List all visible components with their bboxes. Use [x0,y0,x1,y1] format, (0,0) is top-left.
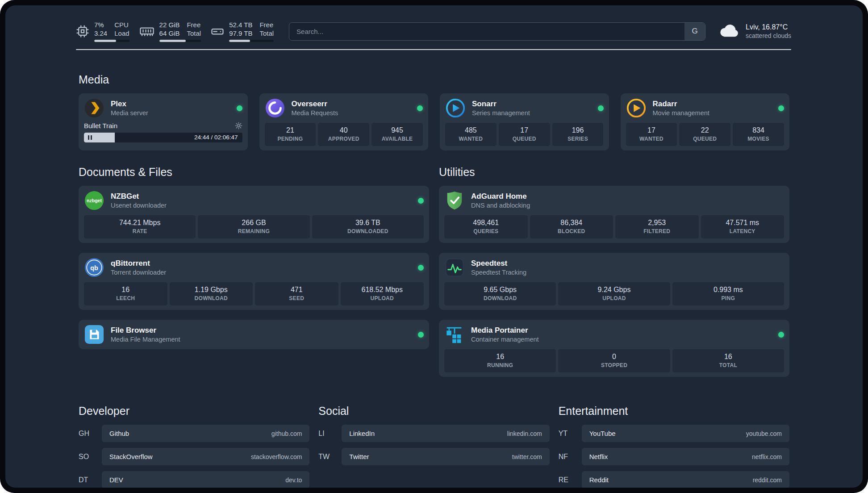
bookmark-link[interactable]: Netflix netflix.com [582,448,789,465]
topbar: 7% 3.24 CPU Load [5,21,863,42]
search-input[interactable] [289,22,705,41]
bookmark-link[interactable]: LinkedIn linkedin.com [342,425,549,442]
memory-free: 22 GiB [159,21,180,29]
stat-remaining: 266 GB REMAINING [198,215,309,238]
playback-progress-bar[interactable]: 24:44 / 02:06:47 [84,133,242,142]
service-card-radarr[interactable]: Radarr Movie management 17 WANTED 22 QUE… [621,93,790,150]
cpu-label-top: CPU [114,21,129,29]
bookmark-abbr: NF [559,453,582,461]
status-dot [418,332,424,338]
bookmark-abbr: LI [318,430,342,438]
stat-download: 9.65 Gbps DOWNLOAD [444,282,556,305]
cpu-values: 7% 3.24 [94,21,107,38]
service-name: NZBGet [111,192,167,201]
topbar-divider [76,49,791,50]
stat-leech: 16 LEECH [84,282,167,305]
bookmark-link[interactable]: YouTube youtube.com [582,425,789,442]
stat-queued: 17 QUEUED [499,123,550,146]
plex-icon [84,98,104,118]
disk-free: 52.4 TB [229,21,252,29]
service-card-overseerr[interactable]: Overseerr Media Requests 21 PENDING 40 A… [259,93,429,150]
stat-latency: 47.571 ms LATENCY [701,215,785,238]
service-subtitle: Series management [472,109,530,117]
service-name: Speedtest [471,259,526,268]
status-dot [418,198,424,204]
section-title-media: Media [79,73,789,86]
stat-upload: 618.52 Mbps UPLOAD [341,282,424,305]
bookmark-link[interactable]: Twitter twitter.com [342,448,549,465]
status-dot [778,332,784,338]
service-card-adguard[interactable]: AdGuard Home DNS and adblocking 498,461 … [439,186,789,243]
service-subtitle: Torrent downloader [111,268,166,276]
utilities-section: Utilities [439,166,789,377]
qbittorrent-icon: qb [84,257,104,278]
service-name: AdGuard Home [471,192,530,201]
section-title-social: Social [318,405,549,418]
section-title-developer: Developer [79,405,309,418]
portainer-icon [444,324,465,345]
service-subtitle: Usenet downloader [111,201,167,209]
sonarr-icon [445,98,466,118]
service-name: Plex [111,99,148,109]
stat-wanted: 485 WANTED [445,123,497,146]
bookmark-abbr: GH [79,430,102,438]
service-name: File Browser [111,326,180,335]
service-card-plex[interactable]: Plex Media server Bullet Train [79,93,248,150]
service-subtitle: Media File Management [111,335,180,343]
cpu-icon [76,25,89,38]
stat-downloaded: 39.6 TB DOWNLOADED [312,215,424,238]
service-subtitle: Media server [111,109,148,117]
status-dot [598,105,604,111]
service-name: Radarr [653,99,709,109]
status-dot [237,105,242,111]
bookmark-link[interactable]: StackOverflow stackoverflow.com [102,448,309,465]
section-title-documents: Documents & Files [79,166,429,179]
bookmark-link[interactable]: DEV dev.to [102,471,309,488]
bookmarks-entertainment: Entertainment YT YouTube youtube.com NF … [559,405,789,488]
memory-total: 64 GiB [159,29,180,38]
disk-label-bottom: Total [259,29,274,38]
window-frame: 7% 3.24 CPU Load [0,0,868,493]
pause-icon[interactable] [88,135,92,140]
gear-icon[interactable] [235,122,242,130]
service-subtitle: Media Requests [292,109,338,117]
cloud-icon [719,24,740,39]
now-playing-title: Bullet Train [84,122,117,130]
bookmarks-developer: Developer GH Github github.com SO StackO… [79,405,309,488]
bookmark-abbr: TW [318,453,342,461]
stat-ping: 0.993 ms PING [672,282,784,305]
stat-filtered: 2,953 FILTERED [615,215,699,238]
disk-readout: 52.4 TB 97.9 TB Free Total [229,21,274,42]
cpu-percent: 7% [94,21,107,29]
stat-total: 16 TOTAL [672,349,784,372]
weather-widget: Lviv, 16.87°C scattered clouds [719,23,791,40]
disk-label-top: Free [259,21,274,29]
overseerr-icon [265,98,285,118]
disk-total: 97.9 TB [229,29,252,38]
service-card-nzbget[interactable]: nzbget NZBGet Usenet downloader 74 [79,186,429,243]
memory-icon [139,25,154,38]
bookmark-netflix: NF Netflix netflix.com [559,448,789,465]
disk-icon [211,25,224,38]
stat-series: 196 SERIES [552,123,604,146]
documents-section: Documents & Files nzbget [79,166,429,377]
bookmark-abbr: YT [559,430,582,438]
bookmark-youtube: YT YouTube youtube.com [559,425,789,442]
memory-labels: Free Total [187,21,201,38]
search-engine-button[interactable]: G [684,23,705,40]
service-card-qbittorrent[interactable]: qb qBittorrent Torrent downloader [79,253,429,310]
service-card-portainer[interactable]: Media Portainer Container management 16 … [439,320,789,377]
bookmark-abbr: DT [79,476,102,484]
stat-stopped: 0 STOPPED [558,349,670,372]
service-card-speedtest[interactable]: Speedtest Speedtest Tracking 9.65 Gbps D… [439,253,789,310]
dashboard: 7% 3.24 CPU Load [5,5,863,488]
memory-widget: 22 GiB 64 GiB Free Total [139,21,201,42]
cpu-usage-bar [94,40,129,42]
bookmark-link[interactable]: Reddit reddit.com [582,471,789,488]
stat-movies: 834 MOVIES [733,123,784,146]
bookmark-link[interactable]: Github github.com [102,425,309,442]
memory-values: 22 GiB 64 GiB [159,21,180,38]
nzbget-icon: nzbget [84,190,104,211]
service-card-sonarr[interactable]: Sonarr Series management 485 WANTED 17 Q… [440,93,609,150]
service-card-filebrowser[interactable]: File Browser Media File Management [79,320,429,349]
